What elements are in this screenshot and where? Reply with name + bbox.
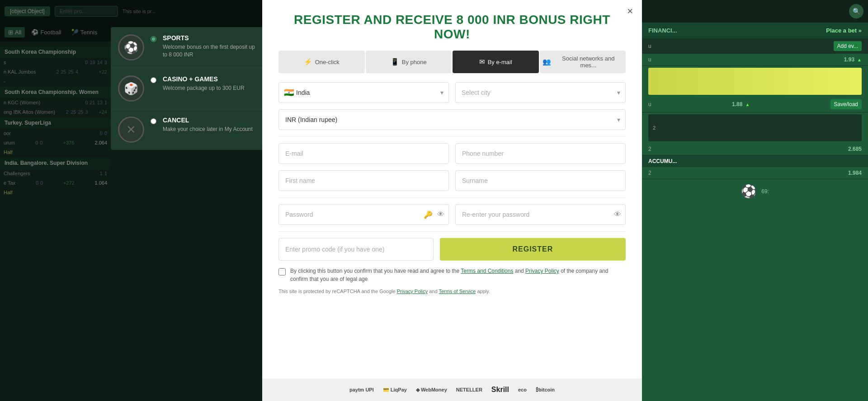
right-panel: 🔍 FINANCI... Place a bet » u Add ev... u…	[642, 0, 868, 401]
sports-bonus-icon: ⚽	[118, 34, 144, 61]
registration-form: 🇮🇳 India ▾ Select city ▾ INR (Indian rup…	[262, 82, 642, 378]
social-icon: 👥	[542, 58, 551, 66]
casino-bonus-title: CASINO + GAMES	[163, 75, 257, 83]
email-field	[278, 143, 449, 164]
close-button[interactable]: ×	[627, 6, 633, 16]
eye-icon[interactable]: 👁	[437, 210, 444, 219]
email-input[interactable]	[278, 143, 449, 164]
firstname-input[interactable]	[278, 170, 449, 191]
key-icon: 🔑	[424, 210, 433, 219]
password-field: 🔑 👁	[278, 204, 449, 225]
cancel-radio[interactable]	[151, 118, 156, 124]
password-row: 🔑 👁 👁	[278, 204, 626, 225]
email-icon: ✉	[479, 58, 485, 66]
payment-footer: paytm UPI 💳 LiqPay ◈ WebMoney NETELLER S…	[262, 378, 642, 401]
registration-tabs: ⚡ One-click 📱 By phone ✉ By e-mail 👥 Soc…	[278, 51, 626, 73]
re-password-input[interactable]	[455, 204, 626, 225]
recaptcha-terms-link[interactable]: Terms of Service	[439, 289, 476, 294]
surname-input[interactable]	[455, 170, 626, 191]
phone-field	[455, 143, 626, 164]
register-button[interactable]: REGISTER	[440, 238, 626, 261]
cancel-bonus-icon: ✕	[118, 117, 144, 143]
cancel-bonus-desc: Make your choice later in My Account	[163, 126, 257, 133]
promo-field	[278, 238, 434, 261]
casino-radio[interactable]	[151, 77, 156, 83]
modal-title: REGISTER AND RECEIVE 8 000 INR BONUS RIG…	[278, 13, 626, 42]
odds-row-4: 2 1.984	[642, 167, 868, 179]
lightning-icon: ⚡	[304, 58, 312, 66]
country-city-row: 🇮🇳 India ▾ Select city ▾	[278, 82, 626, 103]
register-field: REGISTER	[440, 238, 626, 261]
phone-icon: 📱	[391, 58, 399, 66]
odds-row-3: 2 2.685	[642, 143, 868, 155]
empty-label: u	[648, 43, 651, 49]
recaptcha-text: This site is protected by reCAPTCHA and …	[278, 288, 626, 295]
webmoney-icon: ◈ WebMoney	[416, 387, 447, 393]
promo-input[interactable]	[278, 238, 434, 261]
currency-select[interactable]: INR (Indian rupee)	[278, 109, 626, 130]
football-right-icon: ⚽ 69:	[642, 179, 868, 203]
currency-row: INR (Indian rupee) ▾	[278, 109, 626, 130]
phone-input[interactable]	[455, 143, 626, 164]
right-thumbnail: 2	[648, 114, 862, 141]
left-panel: [object Object] This site is pr... ⊞ All…	[0, 0, 262, 401]
casino-bonus-icon: 🎲	[118, 75, 144, 102]
search-button[interactable]: 🔍	[849, 4, 863, 19]
terms-area: By clicking this button you confirm that…	[278, 267, 626, 283]
sports-radio[interactable]	[151, 36, 156, 42]
neteller-icon: NETELLER	[456, 387, 482, 392]
bonus-item-casino[interactable]: 🎲 CASINO + GAMES Welcome package up to 3…	[111, 68, 264, 109]
tab-by-phone[interactable]: 📱 By phone	[366, 51, 452, 73]
tab-by-email[interactable]: ✉ By e-mail	[453, 51, 539, 73]
city-select[interactable]	[455, 82, 626, 103]
recaptcha-privacy-link[interactable]: Privacy Policy	[397, 289, 428, 294]
promo-register-row: REGISTER	[278, 238, 626, 261]
form-divider-1	[278, 136, 626, 137]
country-field: 🇮🇳 India ▾	[278, 82, 449, 103]
firstname-field	[278, 170, 449, 191]
paytm-icon: paytm UPI	[349, 387, 374, 392]
privacy-link[interactable]: Privacy Policy	[525, 268, 559, 274]
email-phone-row	[278, 143, 626, 164]
bitcoin-icon: ₿bitcoin	[536, 387, 555, 392]
form-divider-3	[278, 231, 626, 232]
bonus-item-cancel[interactable]: ✕ CANCEL Make your choice later in My Ac…	[111, 109, 264, 150]
registration-modal: × REGISTER AND RECEIVE 8 000 INR BONUS R…	[262, 0, 642, 401]
india-flag-icon: 🇮🇳	[284, 88, 294, 98]
sports-bonus-desc: Welcome bonus on the first deposit up to…	[163, 43, 257, 59]
add-event-button[interactable]: Add ev...	[834, 41, 862, 51]
surname-field	[455, 170, 626, 191]
save-load-button[interactable]: Save/load	[830, 99, 862, 109]
odds-row-2: u 1.88 ▲ Save/load	[642, 97, 868, 112]
liqpay-icon: 💳 LiqPay	[383, 387, 407, 393]
odds-row-1: u 1.93 ▲	[642, 54, 868, 66]
re-eye-icon[interactable]: 👁	[614, 210, 621, 219]
bonus-popup: ⚽ SPORTS Welcome bonus on the first depo…	[111, 27, 264, 150]
form-divider-2	[278, 197, 626, 198]
highlight-bar	[648, 68, 862, 95]
accumulator-header: ACCUMU...	[642, 155, 868, 167]
terms-checkbox[interactable]	[278, 268, 286, 275]
sports-bonus-title: SPORTS	[163, 34, 257, 42]
country-select[interactable]: India	[278, 82, 449, 103]
financials-header: FINANCI... Place a bet »	[642, 23, 868, 38]
terms-text: By clicking this button you confirm that…	[290, 267, 626, 283]
currency-field: INR (Indian rupee) ▾	[278, 109, 626, 130]
terms-link[interactable]: Terms and Conditions	[461, 268, 513, 274]
casino-bonus-desc: Welcome package up to 300 EUR	[163, 84, 257, 92]
bonus-item-sports[interactable]: ⚽ SPORTS Welcome bonus on the first depo…	[111, 27, 264, 68]
tab-social[interactable]: 👥 Social networks and mes...	[540, 51, 626, 73]
ecopayz-icon: eco	[518, 387, 527, 392]
skrill-icon: Skrill	[491, 386, 509, 394]
modal-header: × REGISTER AND RECEIVE 8 000 INR BONUS R…	[262, 0, 642, 51]
place-bet-link[interactable]: Place a bet »	[826, 27, 862, 34]
cancel-bonus-title: CANCEL	[163, 117, 257, 124]
right-top-bar: 🔍	[642, 0, 868, 23]
add-event-bar: u Add ev...	[642, 38, 868, 54]
name-row	[278, 170, 626, 191]
city-field: Select city ▾	[455, 82, 626, 103]
tab-one-click[interactable]: ⚡ One-click	[278, 51, 365, 73]
re-password-field: 👁	[455, 204, 626, 225]
